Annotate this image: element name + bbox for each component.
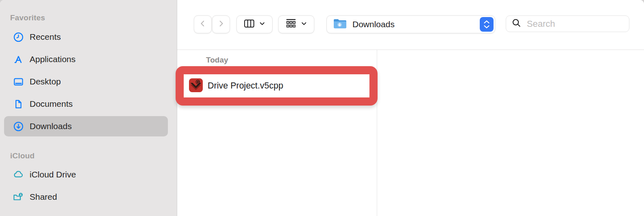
sidebar-item-label: Documents: [30, 99, 73, 109]
appstore-icon: [12, 54, 24, 65]
sidebar-item-label: iCloud Drive: [30, 170, 76, 179]
chevron-right-icon: [217, 19, 225, 30]
document-icon: [12, 98, 24, 110]
group-header-today: Today: [206, 56, 228, 65]
chevron-left-icon: [198, 19, 207, 30]
sidebar-item-label: Applications: [30, 54, 75, 64]
file-name: Drive Project.v5cpp: [208, 81, 283, 91]
downloads-folder-icon: [333, 18, 347, 31]
sidebar-item-applications[interactable]: Applications: [0, 50, 177, 68]
sidebar-item-icloud-drive[interactable]: iCloud Drive: [0, 166, 177, 184]
sidebar-item-label: Shared: [30, 192, 57, 202]
shared-folder-icon: [12, 191, 24, 203]
sidebar-section-icloud: iCloud: [10, 151, 34, 160]
sidebar-item-label: Desktop: [30, 77, 61, 86]
desktop-icon: [12, 76, 24, 87]
group-by-button[interactable]: [278, 15, 314, 33]
sidebar-item-downloads[interactable]: Downloads: [0, 117, 177, 135]
forward-button[interactable]: [212, 15, 230, 33]
cloud-icon: [12, 169, 24, 180]
clock-icon: [12, 31, 24, 43]
search-field[interactable]: [506, 15, 629, 32]
chevron-up-icon: [483, 20, 490, 24]
sidebar-section-favorites: Favorites: [10, 13, 45, 22]
group-grid-icon: [285, 18, 297, 31]
columns-view-icon: [243, 18, 255, 30]
sidebar-item-recents[interactable]: Recents: [0, 28, 177, 46]
download-circle-icon: [12, 121, 24, 132]
back-button[interactable]: [194, 15, 212, 33]
toolbar: Downloads: [177, 0, 644, 50]
sidebar-item-label: Downloads: [30, 121, 72, 131]
annotation-highlight-box: Drive Project.v5cpp: [176, 66, 378, 106]
sidebar-item-shared[interactable]: Shared: [0, 188, 177, 206]
sidebar-item-documents[interactable]: Documents: [0, 95, 177, 113]
view-mode-button[interactable]: [236, 15, 273, 33]
vexcode-file-icon: [189, 78, 203, 94]
chevron-down-icon: [259, 20, 266, 29]
chevron-down-icon: [301, 20, 307, 29]
location-dropdown[interactable]: Downloads: [326, 15, 495, 33]
finder-window: Favorites Recents Applications Desktop: [0, 0, 644, 216]
file-row[interactable]: Drive Project.v5cpp: [184, 74, 369, 97]
search-icon: [511, 18, 522, 30]
search-input[interactable]: [526, 18, 617, 30]
sidebar-item-label: Recents: [30, 32, 61, 42]
sidebar-item-desktop[interactable]: Desktop: [0, 73, 177, 91]
chevron-down-icon: [483, 25, 490, 29]
location-stepper[interactable]: [480, 17, 494, 32]
location-label: Downloads: [352, 19, 395, 29]
sidebar: Favorites Recents Applications Desktop: [0, 0, 177, 216]
